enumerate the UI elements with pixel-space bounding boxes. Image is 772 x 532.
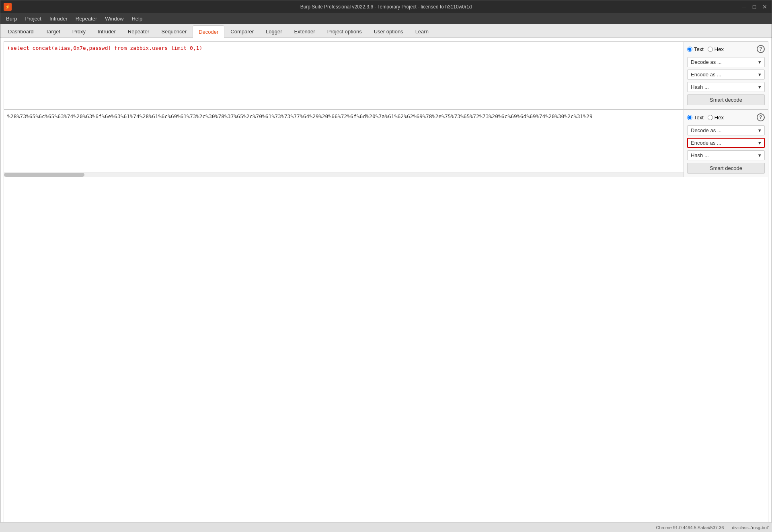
top-hash-btn[interactable]: Hash ... ▾ — [687, 82, 765, 92]
menu-intruder[interactable]: Intruder — [45, 14, 72, 23]
top-decode-as-btn[interactable]: Decode as ... ▾ — [687, 57, 765, 67]
status-browser: Chrome 91.0.4464.5 Safari/537.36 — [656, 525, 724, 530]
tab-bar: Dashboard Target Proxy Intruder Repeater… — [0, 24, 772, 38]
bottom-input[interactable]: %28%73%65%6c%65%63%74%20%63%6f%6e%63%61%… — [4, 110, 684, 172]
top-encode-as-btn[interactable]: Encode as ... ▾ — [687, 70, 765, 80]
content-area: (select concat(alias,0x7e,passwd) from z… — [0, 38, 772, 532]
bottom-help-icon[interactable]: ? — [757, 113, 765, 121]
top-controls: Text Hex ? Decode as ... ▾ Encode as ...… — [684, 42, 768, 109]
tab-target[interactable]: Target — [40, 25, 66, 37]
top-hex-label: Hex — [715, 46, 724, 52]
bottom-hex-radio-label[interactable]: Hex — [708, 115, 724, 121]
top-hex-radio[interactable] — [708, 47, 713, 52]
menu-project[interactable]: Project — [21, 14, 45, 23]
tab-sequencer[interactable]: Sequencer — [155, 25, 193, 37]
bottom-encode-as-label: Encode as ... — [691, 140, 721, 146]
bottom-hex-label: Hex — [715, 115, 724, 121]
bottom-textarea-wrap: %28%73%65%6c%65%63%74%20%63%6f%6e%63%61%… — [4, 110, 684, 177]
bottom-controls: Text Hex ? Decode as ... ▾ Encode as ...… — [684, 110, 768, 177]
bottom-radio-row: Text Hex ? — [687, 113, 765, 121]
bottom-scrollbar-thumb — [4, 173, 84, 177]
top-radio-row: Text Hex ? — [687, 45, 765, 53]
bottom-scrollbar[interactable] — [4, 172, 684, 177]
tab-intruder[interactable]: Intruder — [92, 25, 122, 37]
tab-project-options[interactable]: Project options — [321, 25, 368, 37]
burp-logo: ⚡ — [4, 3, 12, 11]
top-text-label: Text — [694, 46, 704, 52]
bottom-text-radio-label[interactable]: Text — [687, 115, 704, 121]
maximize-button[interactable]: □ — [751, 3, 758, 10]
tab-extender[interactable]: Extender — [288, 25, 321, 37]
bottom-text-radio[interactable] — [687, 115, 692, 120]
top-textarea-wrap: (select concat(alias,0x7e,passwd) from z… — [4, 42, 684, 109]
bottom-decoder-section: %28%73%65%6c%65%63%74%20%63%6f%6e%63%61%… — [4, 110, 768, 177]
title-bar-left: ⚡ — [4, 3, 12, 11]
top-smart-decode-btn[interactable]: Smart decode — [687, 94, 765, 105]
top-decode-as-label: Decode as ... — [691, 59, 722, 65]
menu-bar: Burp Project Intruder Repeater Window He… — [0, 13, 772, 24]
tab-logger[interactable]: Logger — [260, 25, 288, 37]
top-input[interactable]: (select concat(alias,0x7e,passwd) from z… — [4, 42, 684, 109]
tab-dashboard[interactable]: Dashboard — [2, 25, 40, 37]
bottom-decode-chevron-icon: ▾ — [758, 127, 761, 133]
empty-area — [4, 177, 768, 528]
bottom-decode-as-btn[interactable]: Decode as ... ▾ — [687, 125, 765, 135]
bottom-hash-btn[interactable]: Hash ... ▾ — [687, 150, 765, 160]
status-right: Chrome 91.0.4464.5 Safari/537.36 div.cla… — [656, 525, 769, 530]
top-decoder-section: (select concat(alias,0x7e,passwd) from z… — [4, 41, 768, 110]
tab-comparer[interactable]: Comparer — [224, 25, 260, 37]
tab-proxy[interactable]: Proxy — [66, 25, 92, 37]
window-controls: ─ □ ✕ — [740, 3, 768, 10]
bottom-smart-decode-btn[interactable]: Smart decode — [687, 163, 765, 174]
bottom-encode-chevron-icon: ▾ — [758, 140, 761, 146]
top-hash-label: Hash ... — [691, 84, 709, 90]
menu-help[interactable]: Help — [127, 14, 146, 23]
tab-repeater[interactable]: Repeater — [122, 25, 155, 37]
close-button[interactable]: ✕ — [761, 3, 768, 10]
tab-decoder[interactable]: Decoder — [193, 25, 224, 38]
menu-burp[interactable]: Burp — [2, 14, 21, 23]
status-bar: Chrome 91.0.4464.5 Safari/537.36 div.cla… — [0, 522, 772, 532]
tab-learn[interactable]: Learn — [409, 25, 435, 37]
menu-window[interactable]: Window — [101, 14, 127, 23]
bottom-hex-radio[interactable] — [708, 115, 713, 120]
bottom-decode-as-label: Decode as ... — [691, 127, 722, 133]
top-text-radio[interactable] — [687, 47, 692, 52]
top-help-icon[interactable]: ? — [757, 45, 765, 53]
top-hex-radio-label[interactable]: Hex — [708, 46, 724, 52]
top-decode-chevron-icon: ▾ — [758, 59, 761, 65]
window-title: Burp Suite Professional v2022.3.6 - Temp… — [300, 4, 472, 10]
title-bar: ⚡ Burp Suite Professional v2022.3.6 - Te… — [0, 0, 772, 13]
top-encode-chevron-icon: ▾ — [758, 72, 761, 78]
top-hash-chevron-icon: ▾ — [758, 84, 761, 90]
top-text-radio-label[interactable]: Text — [687, 46, 704, 52]
bottom-text-label: Text — [694, 115, 704, 121]
status-element: div.class='msg-bot' — [732, 525, 769, 530]
bottom-encode-as-btn[interactable]: Encode as ... ▾ — [687, 138, 765, 148]
tab-user-options[interactable]: User options — [368, 25, 409, 37]
menu-repeater[interactable]: Repeater — [72, 14, 101, 23]
bottom-hash-chevron-icon: ▾ — [758, 152, 761, 158]
minimize-button[interactable]: ─ — [740, 3, 747, 10]
bottom-hash-label: Hash ... — [691, 152, 709, 158]
top-encode-as-label: Encode as ... — [691, 72, 721, 78]
